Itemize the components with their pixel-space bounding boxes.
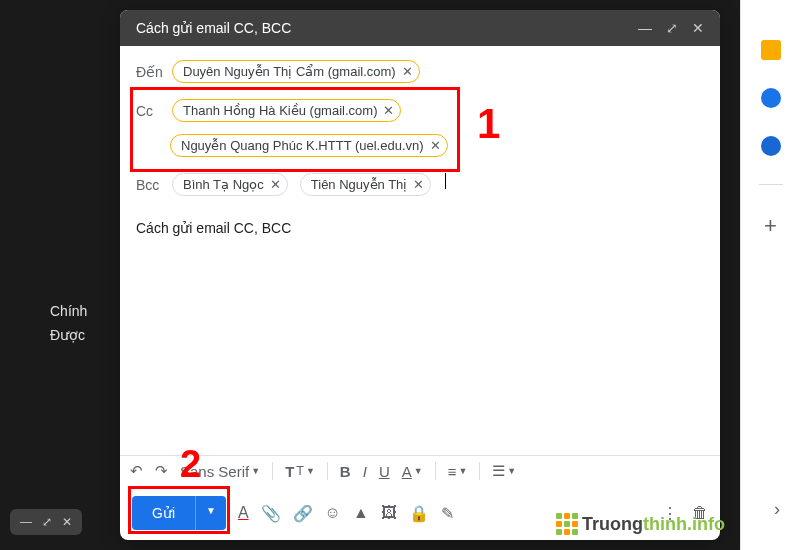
compose-window: Cách gửi email CC, BCC — ⤢ ✕ Đến Duyên N… (120, 10, 720, 540)
chip-text: Bình Tạ Ngọc (183, 177, 264, 192)
recipient-chip[interactable]: Duyên Nguyễn Thị Cẩm (gmail.com) ✕ (172, 60, 420, 83)
chip-text: Duyên Nguyễn Thị Cẩm (gmail.com) (183, 64, 396, 79)
pen-icon[interactable]: ✎ (441, 504, 454, 523)
attach-icon[interactable]: 📎 (261, 504, 281, 523)
minimize-icon[interactable]: — (638, 20, 652, 36)
keep-icon[interactable] (761, 40, 781, 60)
minimize-icon[interactable]: — (20, 515, 32, 529)
tasks-icon[interactable] (761, 88, 781, 108)
underline-icon[interactable]: U (379, 463, 390, 480)
chip-remove-icon[interactable]: ✕ (430, 138, 441, 153)
emoji-icon[interactable]: ☺ (325, 504, 341, 522)
close-icon[interactable]: ✕ (692, 20, 704, 36)
send-button[interactable]: Gửi ▼ (132, 496, 226, 530)
image-icon[interactable]: 🖼 (381, 504, 397, 522)
email-body[interactable]: Cách gửi email CC, BCC (120, 210, 720, 455)
chip-text: Thanh Hồng Hà Kiều (gmail.com) (183, 103, 377, 118)
recipients-area: Đến Duyên Nguyễn Thị Cẩm (gmail.com) ✕ C… (120, 46, 720, 210)
to-label: Đến (136, 60, 164, 80)
chip-remove-icon[interactable]: ✕ (402, 64, 413, 79)
send-main[interactable]: Gửi (132, 496, 195, 530)
bg-tab: Chính (50, 303, 87, 319)
font-select[interactable]: Sans Serif ▼ (180, 463, 260, 480)
separator (759, 184, 783, 185)
undo-icon[interactable]: ↶ (130, 462, 143, 480)
bcc-row[interactable]: Bcc Bình Tạ Ngọc ✕ Tiên Nguyễn Thị ✕ (136, 167, 704, 206)
right-sidebar: + (740, 0, 800, 550)
chip-text: Tiên Nguyễn Thị (311, 177, 408, 192)
chip-remove-icon[interactable]: ✕ (383, 103, 394, 118)
align-icon[interactable]: ≡ ▼ (448, 463, 468, 480)
expand-icon[interactable]: ⤢ (666, 20, 678, 36)
cc-row[interactable]: Cc Thanh Hồng Hà Kiều (gmail.com) ✕ Nguy… (136, 93, 704, 167)
compose-title: Cách gửi email CC, BCC (136, 20, 291, 36)
font-size-icon[interactable]: TT ▼ (285, 463, 315, 480)
chip-text: Nguyễn Quang Phúc K.HTTT (uel.edu.vn) (181, 138, 424, 153)
format-toolbar: ↶ ↷ Sans Serif ▼ TT ▼ B I U A ▼ ≡ ▼ ☰ ▼ (120, 455, 720, 486)
cc-label: Cc (136, 99, 164, 119)
text-format-icon[interactable]: A (238, 504, 249, 522)
collapse-sidebar-icon[interactable]: › (774, 499, 780, 520)
recipient-chip[interactable]: Bình Tạ Ngọc ✕ (172, 173, 288, 196)
recipient-chip[interactable]: Tiên Nguyễn Thị ✕ (300, 173, 432, 196)
send-dropdown-icon[interactable]: ▼ (195, 496, 226, 530)
bcc-label: Bcc (136, 173, 164, 193)
chip-remove-icon[interactable]: ✕ (413, 177, 424, 192)
expand-icon[interactable]: ⤢ (42, 515, 52, 529)
recipient-chip[interactable]: Thanh Hồng Hà Kiều (gmail.com) ✕ (172, 99, 401, 122)
bold-icon[interactable]: B (340, 463, 351, 480)
chip-remove-icon[interactable]: ✕ (270, 177, 281, 192)
text-color-icon[interactable]: A ▼ (402, 463, 423, 480)
link-icon[interactable]: 🔗 (293, 504, 313, 523)
to-row[interactable]: Đến Duyên Nguyễn Thị Cẩm (gmail.com) ✕ (136, 54, 704, 93)
bg-tab: Được (50, 327, 85, 343)
compose-titlebar: Cách gửi email CC, BCC — ⤢ ✕ (120, 10, 720, 46)
add-icon[interactable]: + (764, 213, 777, 239)
confidential-icon[interactable]: 🔒 (409, 504, 429, 523)
recipient-chip[interactable]: Nguyễn Quang Phúc K.HTTT (uel.edu.vn) ✕ (170, 134, 448, 157)
list-icon[interactable]: ☰ ▼ (492, 462, 516, 480)
text-cursor (445, 173, 446, 189)
italic-icon[interactable]: I (363, 463, 367, 480)
redo-icon[interactable]: ↷ (155, 462, 168, 480)
watermark: Truongthinh.info (556, 513, 725, 535)
close-icon[interactable]: ✕ (62, 515, 72, 529)
drive-icon[interactable]: ▲ (353, 504, 369, 522)
contacts-icon[interactable] (761, 136, 781, 156)
mini-window-controls: — ⤢ ✕ (10, 509, 82, 535)
